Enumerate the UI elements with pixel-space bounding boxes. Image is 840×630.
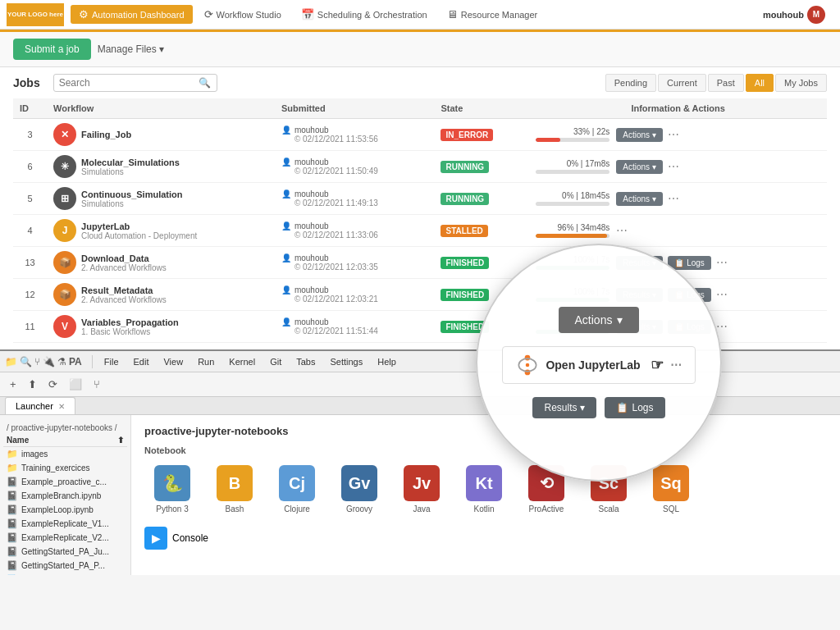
notebook-section-label: Notebook bbox=[144, 445, 827, 455]
menu-run[interactable]: Run bbox=[191, 355, 221, 368]
more-options-icon[interactable]: ⋯ bbox=[668, 192, 679, 205]
list-item[interactable]: 📓Example_proactive_c... bbox=[3, 475, 127, 489]
nav-scheduling[interactable]: 📅 Scheduling & Orchestration bbox=[293, 5, 436, 24]
cell-workflow: ✳ Molecular_Simulations Simulations bbox=[47, 151, 275, 183]
kernel-item[interactable]: 🐍 Python 3 bbox=[144, 460, 200, 518]
list-item[interactable]: 📄README.md bbox=[3, 573, 127, 575]
console-icon: ▶ bbox=[144, 527, 167, 550]
logs-button[interactable]: 📋 Logs bbox=[605, 397, 664, 418]
filter-past[interactable]: Past bbox=[708, 74, 744, 92]
kernel-item[interactable]: B Bash bbox=[207, 460, 262, 518]
nav-automation-dashboard[interactable]: ⚙ Automation Dashboard bbox=[71, 5, 193, 24]
list-item[interactable]: 📁Training_exercices bbox=[3, 461, 127, 475]
jupyter-sidebar-icon-files[interactable]: 📁 bbox=[5, 356, 17, 368]
col-submitted: Submitted bbox=[275, 98, 435, 119]
cell-submitted: 👤 mouhoub © 02/12/2021 11:49:13 bbox=[275, 183, 435, 215]
more-options-icon[interactable]: ⋯ bbox=[668, 160, 679, 173]
search-box[interactable]: 🔍 bbox=[53, 74, 217, 92]
actions-dropdown-button[interactable]: Actions ▾ bbox=[559, 307, 640, 333]
more-options-icon[interactable]: ⋯ bbox=[668, 128, 679, 141]
actions-btn[interactable]: Actions ▾ bbox=[616, 192, 663, 206]
list-item[interactable]: 📓ExampleReplicate_V1... bbox=[3, 517, 127, 531]
more-options-icon[interactable]: ⋯ bbox=[716, 256, 728, 269]
cell-id: 4 bbox=[13, 215, 47, 247]
filter-myjobs[interactable]: My Jobs bbox=[775, 74, 827, 92]
jobs-title: Jobs bbox=[13, 76, 40, 89]
chevron-down-icon: ▾ bbox=[159, 43, 164, 55]
kernel-item[interactable]: Gv Groovy bbox=[331, 460, 387, 518]
nav-resource-manager[interactable]: 🖥 Resource Manager bbox=[439, 5, 546, 24]
search-input[interactable] bbox=[59, 77, 199, 89]
menu-edit[interactable]: Edit bbox=[127, 355, 156, 368]
list-item[interactable]: 📓ExampleBranch.ipynb bbox=[3, 489, 127, 503]
more-options-icon[interactable]: ⋯ bbox=[716, 320, 728, 333]
cell-state: FINISHED bbox=[434, 247, 529, 279]
cell-submitted: 👤 mouhoub © 02/12/2021 11:50:49 bbox=[275, 151, 435, 183]
actions-btn[interactable]: Actions ▾ bbox=[616, 128, 663, 142]
kernel-label: Groovy bbox=[346, 504, 372, 514]
more-options-icon[interactable]: ⋯ bbox=[670, 358, 682, 372]
toolbar-stop[interactable]: ⬜ bbox=[66, 377, 85, 392]
filter-current[interactable]: Current bbox=[658, 74, 706, 92]
kernel-label: Kotlin bbox=[473, 504, 494, 514]
menu-help[interactable]: Help bbox=[371, 355, 403, 368]
kernel-label: Python 3 bbox=[156, 504, 188, 514]
actions-btn[interactable]: Actions ▾ bbox=[616, 160, 663, 174]
open-jupyterlab-button[interactable]: Open JupyterLab ☞ ⋯ bbox=[502, 346, 695, 384]
cell-info-actions: 96% | 34m48s ⋯ bbox=[529, 215, 827, 247]
menu-file[interactable]: File bbox=[98, 355, 126, 368]
filter-all[interactable]: All bbox=[746, 74, 774, 92]
list-item[interactable]: 📓GettingStarted_PA_P... bbox=[3, 559, 127, 573]
toolbar-upload[interactable]: ⬆ bbox=[25, 377, 40, 392]
cell-workflow: 📦 Download_Data 2. Advanced Workflows bbox=[47, 247, 275, 279]
kernel-label: Clojure bbox=[284, 504, 310, 514]
user-menu[interactable]: mouhoub M bbox=[755, 2, 833, 27]
cell-id: 3 bbox=[13, 119, 47, 151]
nav-workflow-studio[interactable]: ⟳ Workflow Studio bbox=[196, 5, 290, 24]
toolbar-git[interactable]: ⑂ bbox=[90, 377, 103, 392]
list-item[interactable]: 📓GettingStarted_PA_Ju... bbox=[3, 545, 127, 559]
launcher-title: proactive-jupyter-notebooks bbox=[144, 425, 827, 437]
file-browser-path: / proactive-jupyter-notebooks / bbox=[3, 422, 127, 434]
jupyter-sidebar-icon-prop[interactable]: ⚗ bbox=[57, 356, 66, 368]
filter-pending[interactable]: Pending bbox=[605, 74, 656, 92]
cell-workflow: 📦 Result_Metadata 2. Advanced Workflows bbox=[47, 279, 275, 311]
kernel-item[interactable]: Jv Java bbox=[394, 460, 450, 518]
submit-job-button[interactable]: Submit a job bbox=[13, 39, 91, 60]
jupyter-sidebar-icon-ext[interactable]: 🔌 bbox=[43, 356, 55, 368]
jupyter-sidebar-icon-pa[interactable]: PA bbox=[69, 356, 82, 368]
jupyter-sidebar-icon-git[interactable]: ⑂ bbox=[34, 356, 40, 368]
logs-btn[interactable]: 📋 Logs bbox=[668, 256, 710, 270]
menu-settings[interactable]: Settings bbox=[323, 355, 369, 368]
menu-git[interactable]: Git bbox=[263, 355, 288, 368]
menu-tabs[interactable]: Tabs bbox=[290, 355, 322, 368]
notebook-icon: 📓 bbox=[7, 477, 18, 487]
list-item[interactable]: 📓ExampleReplicate_V2... bbox=[3, 531, 127, 545]
toolbar-refresh[interactable]: ⟳ bbox=[45, 377, 61, 392]
toolbar-add[interactable]: + bbox=[7, 377, 20, 392]
jupyterlab-icon bbox=[516, 354, 539, 377]
kernel-icon: Sq bbox=[653, 465, 689, 501]
list-item[interactable]: 📁images bbox=[3, 447, 127, 461]
list-item[interactable]: 📓ExampleLoop.ipynb bbox=[3, 503, 127, 517]
jupyter-sidebar-icon-search[interactable]: 🔍 bbox=[20, 356, 32, 368]
more-options-icon[interactable]: ⋯ bbox=[616, 224, 628, 237]
notebook-icon: 📓 bbox=[7, 491, 18, 501]
more-options-icon[interactable]: ⋯ bbox=[716, 288, 728, 301]
manage-files-button[interactable]: Manage Files ▾ bbox=[98, 43, 164, 55]
kernel-item[interactable]: Kt Kotlin bbox=[456, 460, 512, 518]
launcher-tab[interactable]: Launcher ✕ bbox=[5, 397, 75, 414]
sort-icon[interactable]: ⬆ bbox=[117, 436, 124, 445]
results-button[interactable]: Results ▾ bbox=[532, 397, 596, 418]
menu-view[interactable]: View bbox=[157, 355, 189, 368]
kernel-label: ProActive bbox=[529, 504, 564, 514]
svg-point-0 bbox=[525, 355, 531, 361]
console-row[interactable]: ▶ Console bbox=[144, 527, 827, 550]
cell-submitted: 👤 mouhoub © 02/12/2021 11:53:56 bbox=[275, 119, 435, 151]
table-row: 5 ⊞ Continuous_Simulation Simulations 👤 … bbox=[13, 183, 827, 215]
chevron-down-icon: ▾ bbox=[580, 402, 585, 413]
cell-submitted: 👤 mouhoub © 02/12/2021 12:03:21 bbox=[275, 279, 435, 311]
menu-kernel[interactable]: Kernel bbox=[222, 355, 262, 368]
kernel-item[interactable]: Cj Clojure bbox=[269, 460, 325, 518]
close-tab-icon[interactable]: ✕ bbox=[58, 402, 65, 411]
